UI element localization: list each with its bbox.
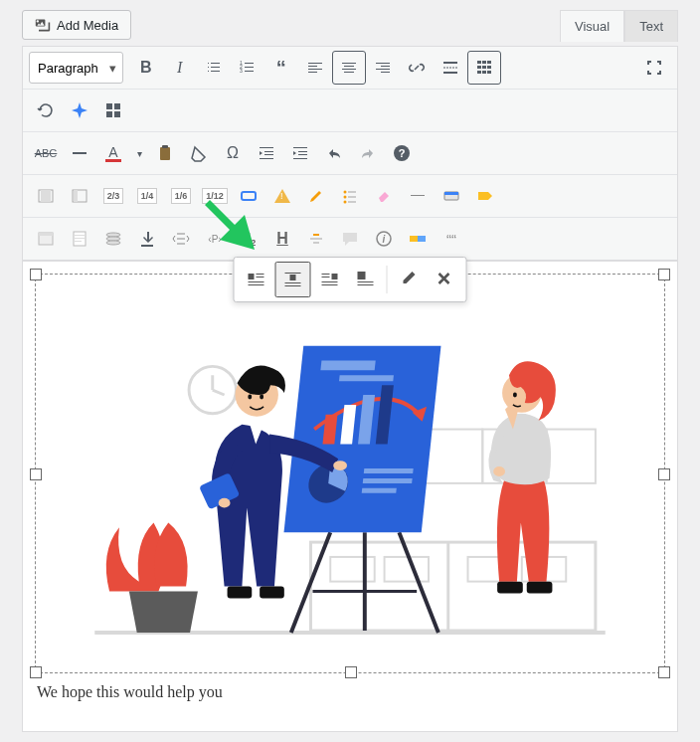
text-color-button[interactable]: A <box>97 137 129 169</box>
align-left-button[interactable] <box>299 52 331 84</box>
img-align-center-button[interactable] <box>275 262 311 297</box>
fraction-23-button[interactable]: 2/3 <box>97 180 129 212</box>
svg-rect-6 <box>477 66 481 69</box>
svg-rect-46 <box>410 236 418 242</box>
bold-button[interactable]: B <box>130 52 162 84</box>
tab-visual[interactable]: Visual <box>560 10 624 42</box>
window-button[interactable] <box>30 223 62 255</box>
svg-text:?: ? <box>399 147 406 159</box>
chat-button[interactable] <box>334 223 366 255</box>
resize-handle-br[interactable] <box>658 666 670 678</box>
selected-image[interactable] <box>35 274 665 673</box>
tab-text[interactable]: Text <box>624 10 678 42</box>
clear-format-button[interactable] <box>183 137 215 169</box>
resize-handle-tl[interactable] <box>30 269 42 280</box>
svg-rect-16 <box>73 152 87 154</box>
svg-rect-61 <box>547 430 596 483</box>
svg-rect-29 <box>348 196 356 198</box>
svg-point-91 <box>513 393 517 398</box>
img-align-left-button[interactable] <box>240 262 273 295</box>
warning-button[interactable] <box>266 180 298 212</box>
svg-rect-8 <box>487 66 491 69</box>
strikethrough-button[interactable]: ABC <box>30 137 62 169</box>
toolbar-toggle-button[interactable] <box>468 52 500 84</box>
grid-button[interactable] <box>97 94 129 126</box>
label-button[interactable] <box>402 223 434 255</box>
download-button[interactable] <box>131 223 163 255</box>
fraction-16-button[interactable]: 1/6 <box>165 180 197 212</box>
checklist-button[interactable] <box>334 180 366 212</box>
hr-button[interactable] <box>64 137 95 169</box>
toolbar-row-2 <box>23 89 677 131</box>
svg-rect-80 <box>228 587 253 599</box>
svg-rect-17 <box>160 147 170 160</box>
resize-handle-bm[interactable] <box>345 666 357 678</box>
editor-text[interactable]: We hope this would help you <box>29 679 671 705</box>
blockquote-button[interactable]: “ <box>265 52 297 84</box>
svg-point-39 <box>106 237 120 241</box>
copyright-button[interactable]: ““ <box>436 223 467 255</box>
column-single-button[interactable] <box>30 180 62 212</box>
resize-handle-tr[interactable] <box>658 269 670 280</box>
svg-rect-50 <box>332 274 338 279</box>
help-button[interactable]: ? <box>386 137 418 169</box>
svg-rect-34 <box>444 192 458 195</box>
expand-button[interactable] <box>165 223 197 255</box>
img-edit-button[interactable] <box>392 262 426 295</box>
eraser-button[interactable] <box>368 180 400 212</box>
note-button[interactable] <box>64 223 95 255</box>
line-button[interactable] <box>402 180 434 212</box>
resize-handle-bl[interactable] <box>30 666 42 678</box>
svg-line-64 <box>213 390 225 395</box>
special-char-button[interactable]: Ω <box>217 137 249 169</box>
img-align-none-button[interactable] <box>349 262 383 295</box>
svg-rect-22 <box>41 190 51 202</box>
outdent-button[interactable] <box>251 137 282 169</box>
svg-rect-42 <box>310 238 322 240</box>
stack-button[interactable] <box>97 223 129 255</box>
ai-button[interactable] <box>64 94 95 126</box>
link-button[interactable] <box>401 52 433 84</box>
img-remove-button[interactable] <box>428 262 461 295</box>
resize-handle-rm[interactable] <box>658 468 670 480</box>
svg-point-83 <box>248 395 252 400</box>
italic-button[interactable]: I <box>164 52 196 84</box>
number-list-button[interactable]: 123 <box>232 52 263 84</box>
align-center-button[interactable] <box>333 52 365 84</box>
card-button[interactable] <box>436 180 467 212</box>
fraction-14-button[interactable]: 1/4 <box>131 180 163 212</box>
editor-content-area[interactable]: We hope this would help you <box>22 261 678 732</box>
tag-button[interactable] <box>469 180 501 212</box>
svg-rect-15 <box>114 111 120 117</box>
redo-button[interactable] <box>352 137 384 169</box>
read-more-button[interactable] <box>435 52 466 84</box>
add-media-button[interactable]: Add Media <box>22 10 131 40</box>
svg-rect-3 <box>477 61 481 64</box>
align-tool-button[interactable] <box>300 223 332 255</box>
warning-icon <box>274 189 290 203</box>
column-split-button[interactable] <box>64 180 95 212</box>
highlight-button[interactable] <box>300 180 332 212</box>
resize-handle-lm[interactable] <box>30 468 42 480</box>
svg-rect-10 <box>482 71 486 74</box>
add-media-label: Add Media <box>57 18 118 33</box>
bullet-list-button[interactable] <box>198 52 230 84</box>
svg-rect-48 <box>249 274 255 279</box>
svg-point-26 <box>344 191 347 194</box>
underline-h-button[interactable]: H <box>266 223 298 255</box>
img-align-right-button[interactable] <box>313 262 347 295</box>
fullscreen-button[interactable] <box>638 52 670 84</box>
paste-text-button[interactable] <box>149 137 181 169</box>
indent-button[interactable] <box>284 137 316 169</box>
svg-rect-4 <box>482 61 486 64</box>
text-color-dropdown[interactable]: ▾ <box>131 137 147 169</box>
annotation-arrow-icon <box>200 195 269 265</box>
info-button[interactable]: i <box>368 223 400 255</box>
align-right-button[interactable] <box>367 52 399 84</box>
svg-rect-70 <box>339 375 394 381</box>
svg-rect-27 <box>348 191 356 193</box>
format-select[interactable]: Paragraph <box>29 52 123 84</box>
undo-button[interactable] <box>318 137 350 169</box>
svg-rect-43 <box>313 242 319 244</box>
refresh-button[interactable] <box>30 94 62 126</box>
